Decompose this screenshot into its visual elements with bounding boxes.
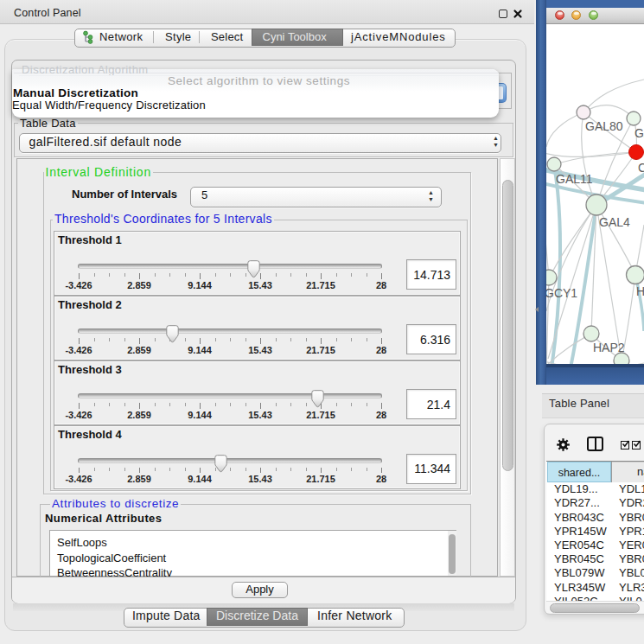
svg-text:GA: GA [634, 126, 644, 140]
svg-text:C: C [638, 161, 644, 175]
svg-text:GCY1: GCY1 [546, 286, 577, 300]
svg-text:H: H [636, 284, 644, 298]
svg-text:HAP2: HAP2 [593, 341, 625, 354]
svg-text:GAL4: GAL4 [599, 215, 630, 229]
svg-text:GAL80: GAL80 [585, 119, 623, 133]
svg-text:GAL11: GAL11 [556, 172, 593, 186]
